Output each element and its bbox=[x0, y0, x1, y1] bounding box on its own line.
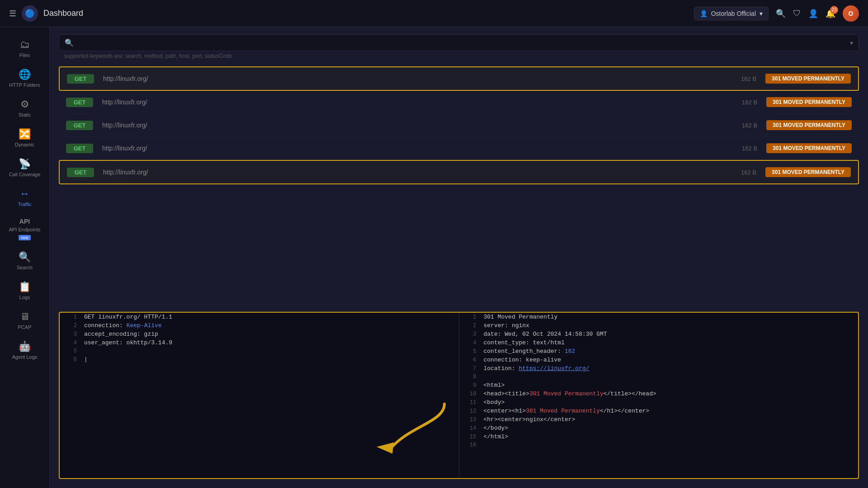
line-number: 6 bbox=[63, 357, 77, 363]
highlight-value: 162 bbox=[565, 348, 575, 355]
line-number: 9 bbox=[463, 382, 476, 389]
files-icon: 🗂 bbox=[20, 39, 30, 51]
code-line: 4 user_agent: okhttp/3.14.9 bbox=[60, 338, 459, 347]
org-name: Ostorlab Official bbox=[711, 10, 756, 17]
code-line: 3 date: Wed, 02 Oct 2024 14:58:30 GMT bbox=[459, 330, 859, 338]
logs-icon: 📋 bbox=[19, 281, 31, 293]
table-row[interactable]: GET http://linuxfr.org/ 162 B 301 MOVED … bbox=[59, 137, 859, 160]
line-content: </body> bbox=[484, 425, 509, 432]
method-badge: GET bbox=[66, 144, 93, 153]
highlight-value: 301 Moved Permanently bbox=[529, 390, 604, 397]
dynamic-icon: 🔀 bbox=[19, 128, 31, 140]
sidebar-item-api-endpoints[interactable]: API API Endpoints new bbox=[5, 213, 45, 245]
user-icon[interactable]: 👤 bbox=[808, 9, 818, 19]
sidebar-item-http-folders[interactable]: 🌐 HTTP Folders bbox=[5, 64, 45, 92]
hamburger-icon[interactable]: ☰ bbox=[9, 9, 16, 19]
search-bar: 🔍 ▾ supported keywords are: search, meth… bbox=[50, 27, 868, 66]
new-badge: new bbox=[19, 235, 31, 240]
code-line: 3 accept_encoding: gzip bbox=[60, 330, 459, 338]
line-number: 1 bbox=[463, 314, 476, 320]
table-row[interactable]: GET http://linuxfr.org/ 162 B 301 MOVED … bbox=[59, 66, 859, 91]
sidebar-label-traffic: Traffic bbox=[18, 202, 32, 207]
line-number: 14 bbox=[463, 425, 476, 432]
status-badge: 301 MOVED PERMANENTLY bbox=[765, 74, 851, 84]
line-number: 5 bbox=[63, 348, 77, 354]
method-badge: GET bbox=[66, 98, 93, 107]
response-code-viewer: 1 301 Moved Permanently 2 server: nginx … bbox=[459, 313, 859, 449]
line-number: 12 bbox=[463, 408, 476, 414]
line-content: <hr><center>nginx</center> bbox=[484, 416, 576, 423]
code-line: 12 <center><h1>301 Moved Permanently</h1… bbox=[459, 407, 859, 415]
code-line: 1 301 Moved Permanently bbox=[459, 313, 859, 321]
table-row[interactable]: GET http://linuxfr.org/ 162 B 301 MOVED … bbox=[59, 114, 859, 137]
code-line: 11 <body> bbox=[459, 398, 859, 407]
line-number: 5 bbox=[463, 348, 476, 355]
location-link[interactable]: https://linuxfr.org/ bbox=[519, 365, 590, 372]
traffic-url: http://linuxfr.org/ bbox=[103, 75, 741, 82]
sidebar-item-files[interactable]: 🗂 Files bbox=[5, 34, 45, 62]
sidebar-item-search[interactable]: 🔍 Search bbox=[5, 247, 45, 275]
table-row[interactable]: GET http://linuxfr.org/ 162 B 301 MOVED … bbox=[59, 91, 859, 114]
search-input[interactable] bbox=[77, 39, 850, 47]
sidebar-label-call-coverage: Call Coverage bbox=[9, 172, 41, 177]
line-number: 8 bbox=[463, 374, 476, 380]
method-badge: GET bbox=[67, 168, 94, 177]
http-folders-icon: 🌐 bbox=[19, 69, 31, 80]
topbar-right: 👤 Ostorlab Official ▾ 🔍 🛡 👤 🔔 23 O bbox=[694, 5, 859, 22]
code-line: 2 server: nginx bbox=[459, 321, 859, 330]
line-number: 3 bbox=[463, 331, 476, 338]
code-line: 9 <html> bbox=[459, 381, 859, 389]
traffic-icon: ↔ bbox=[20, 188, 30, 200]
sidebar-item-logs[interactable]: 📋 Logs bbox=[5, 277, 45, 305]
line-number: 13 bbox=[463, 417, 476, 423]
avatar[interactable]: O bbox=[843, 5, 859, 22]
detail-panel: 1 GET linuxfr.org/ HTTP/1.1 2 connection… bbox=[59, 312, 859, 479]
search-bar-icon: 🔍 bbox=[65, 38, 74, 47]
line-content: <body> bbox=[484, 399, 505, 406]
code-line: 6 | bbox=[60, 355, 459, 364]
sidebar-item-pcap[interactable]: 🖥 PCAP bbox=[5, 306, 45, 334]
search-topbar-icon[interactable]: 🔍 bbox=[776, 9, 786, 19]
code-line: 14 </body> bbox=[459, 424, 859, 432]
sidebar-label-files: Files bbox=[19, 52, 30, 58]
sidebar-item-traffic[interactable]: ↔ Traffic bbox=[5, 183, 45, 211]
line-content: GET linuxfr.org/ HTTP/1.1 bbox=[84, 314, 172, 320]
line-number: 15 bbox=[463, 434, 476, 440]
status-badge: 301 MOVED PERMANENTLY bbox=[766, 120, 852, 130]
sidebar-item-call-coverage[interactable]: 📡 Call Coverage bbox=[5, 154, 45, 182]
line-content: content_length_header: 162 bbox=[484, 348, 576, 355]
traffic-size: 162 B bbox=[741, 169, 756, 176]
code-line: 15 </html> bbox=[459, 432, 859, 441]
sidebar-item-static[interactable]: ⚙ Static bbox=[5, 94, 45, 122]
line-content: server: nginx bbox=[484, 322, 529, 329]
traffic-size: 162 B bbox=[742, 145, 757, 152]
topbar: ☰ 🔵 Dashboard 👤 Ostorlab Official ▾ 🔍 🛡 … bbox=[0, 0, 868, 27]
code-line: 5 bbox=[60, 347, 459, 355]
sidebar-item-dynamic[interactable]: 🔀 Dynamic bbox=[5, 124, 45, 152]
response-panel: 1 301 Moved Permanently 2 server: nginx … bbox=[459, 313, 859, 478]
traffic-list: GET http://linuxfr.org/ 162 B 301 MOVED … bbox=[50, 66, 868, 312]
dropdown-arrow-icon[interactable]: ▾ bbox=[850, 39, 853, 47]
line-number: 1 bbox=[63, 314, 77, 320]
org-selector[interactable]: 👤 Ostorlab Official ▾ bbox=[694, 7, 769, 20]
line-content: user_agent: okhttp/3.14.9 bbox=[84, 339, 172, 346]
code-line: 10 <head><title>301 Moved Permanently</t… bbox=[459, 389, 859, 398]
code-line: 6 connection: keep-alive bbox=[459, 356, 859, 364]
traffic-size: 162 B bbox=[741, 75, 756, 82]
line-content: connection: keep-alive bbox=[484, 357, 561, 363]
request-code-viewer: 1 GET linuxfr.org/ HTTP/1.1 2 connection… bbox=[60, 313, 459, 364]
notification-bell-icon[interactable]: 🔔 23 bbox=[826, 9, 835, 19]
content-area: 🔍 ▾ supported keywords are: search, meth… bbox=[50, 27, 868, 488]
traffic-size: 162 B bbox=[742, 99, 757, 106]
line-content: connection: Keep-Alive bbox=[84, 322, 162, 329]
sidebar-label-http-folders: HTTP Folders bbox=[9, 82, 40, 88]
pcap-icon: 🖥 bbox=[20, 311, 30, 323]
sidebar-label-pcap: PCAP bbox=[18, 324, 32, 330]
table-row-selected-bottom[interactable]: GET http://linuxfr.org/ 162 B 301 MOVED … bbox=[59, 160, 859, 184]
shield-icon[interactable]: 🛡 bbox=[793, 9, 801, 18]
line-number: 11 bbox=[463, 399, 476, 406]
search-hint: supported keywords are: search, method, … bbox=[59, 51, 859, 63]
traffic-url: http://linuxfr.org/ bbox=[103, 169, 741, 176]
line-content: location: https://linuxfr.org/ bbox=[484, 365, 590, 372]
sidebar-item-agent-logs[interactable]: 🤖 Agent Logs bbox=[5, 336, 45, 364]
